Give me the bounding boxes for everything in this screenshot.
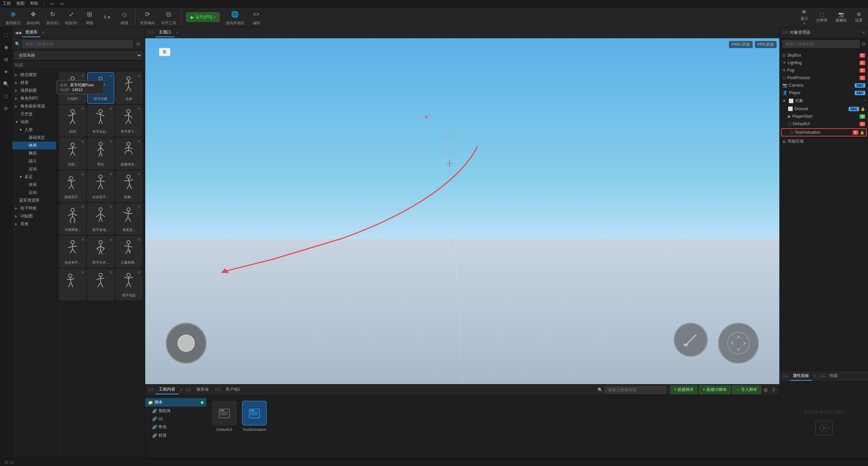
server-tab[interactable]: 服务端 xyxy=(193,385,212,394)
nav-plugin-icon[interactable]: ⬡ xyxy=(1,91,11,101)
project-content-close[interactable]: ✕ xyxy=(180,388,183,392)
obj-pathfinding[interactable]: ⊞ 寻路区域 xyxy=(780,137,868,146)
world-axis-btn[interactable]: ⟳ 世界轴向 xyxy=(137,8,158,27)
localize-btn[interactable]: 🌐 游戏本地化 xyxy=(223,8,247,27)
obj-group-header[interactable]: ▼ ⬜ 对象 ↗ xyxy=(780,97,868,105)
menu-view[interactable]: 视图 xyxy=(16,1,25,6)
file-tree-character[interactable]: 🔗 角色 xyxy=(145,423,206,431)
anim-card-19[interactable]: ⚙ xyxy=(59,269,86,300)
camera-btn[interactable]: 📷 摄像机 xyxy=(833,10,850,24)
anim-card-15[interactable]: ⚙ 鬼畜姿... xyxy=(116,203,142,235)
props-tab[interactable]: 属性面板 xyxy=(790,372,812,381)
anim-card-10[interactable]: ⚙ 跑着双手... xyxy=(59,171,86,202)
anim-card-13[interactable]: ⚙ xyxy=(59,203,86,235)
obj-ground[interactable]: ⬜ Ground S&C 🔒 xyxy=(780,105,868,113)
anim-card-3[interactable]: ⚙ 名称 xyxy=(116,72,142,104)
tree-humanoid[interactable]: ▼ 人形 xyxy=(12,126,56,134)
grid-size-btn[interactable]: 5 ▾ xyxy=(99,10,115,24)
main-viewport-tab[interactable]: 主视口 xyxy=(155,28,175,37)
tree-particle[interactable]: ▶ 粒子特效 xyxy=(12,204,56,212)
tree-material[interactable]: ▶ 材质 xyxy=(12,79,56,87)
anim-card-1[interactable]: ⚙ ⚙⚙ 打招呼 xyxy=(59,72,86,104)
anim-card-8[interactable]: ⚙ 害怕 xyxy=(87,138,114,169)
tree-scene-tile[interactable]: ▶ 场景贴图 xyxy=(12,87,56,94)
tree-sports[interactable]: 运动 xyxy=(12,165,56,173)
tree-skybox[interactable]: 天空盒 xyxy=(12,110,56,118)
edit-btn[interactable]: <> 编辑 xyxy=(248,8,265,27)
anim-card-16[interactable]: ⚙ 坐姿单手... xyxy=(59,236,86,267)
collapse-sidebar-btn[interactable]: ◀◀ xyxy=(15,30,21,35)
tree-idle[interactable]: 休闲 xyxy=(12,142,56,149)
project-content-tab[interactable]: 工程内容 xyxy=(155,385,179,394)
obj-player[interactable]: 👤 Player S&C xyxy=(780,89,868,97)
anim-card-14[interactable]: ⚙ 双手放地... xyxy=(87,203,114,235)
asset-refresh-btn[interactable]: ⟳ xyxy=(135,40,142,48)
collision-btn[interactable]: ◇ 碰撞 xyxy=(116,8,133,27)
obj-postprocess[interactable]: ⬡ PostProcess C xyxy=(780,74,868,82)
file-tree-material[interactable]: 🔗 材质 xyxy=(145,431,206,440)
action-btn-sword[interactable] xyxy=(674,323,708,357)
tree-npc[interactable]: ▶ 角色/NPC xyxy=(12,94,56,102)
anim-card-18[interactable]: ⚙ 又腿单脚... xyxy=(116,236,142,267)
nav-search-icon[interactable]: 🔍 xyxy=(1,79,11,89)
object-manager-close[interactable]: ✕ xyxy=(862,30,865,35)
align-tool-btn[interactable]: ⊟ 对齐工具 xyxy=(159,8,179,27)
asset-filter-select[interactable]: 全部风格 xyxy=(15,52,142,59)
file-tree-prefab[interactable]: 🔗 预制体 xyxy=(145,407,206,415)
nav-scene-icon[interactable]: ◉ xyxy=(1,42,11,52)
bottom-asset-testanimation[interactable]: TestAnimation xyxy=(242,401,267,432)
file-tree-scripts[interactable]: 📁 脚本 xyxy=(145,398,206,407)
anim-card-5[interactable]: ⚙ 单手抬起... xyxy=(87,105,114,136)
performance-tab[interactable]: 性能 xyxy=(827,372,840,381)
anim-card-20[interactable]: ⚙ xyxy=(87,269,114,300)
obj-testanimation[interactable]: ⬡ TestAnimation C 🔒 xyxy=(781,128,867,136)
new-ui-script-btn[interactable]: + 新建UI脚本 xyxy=(699,385,730,394)
tree-ui-figure[interactable]: ▶ UI贴图 xyxy=(12,212,56,220)
tree-blue-resource[interactable]: 蓝军资源库 xyxy=(12,196,56,204)
tree-animation[interactable]: ▼ 动画 xyxy=(12,118,56,126)
tree-basic[interactable]: 基础资态 xyxy=(12,134,56,142)
view-grid-icon[interactable]: ⠿ xyxy=(770,387,777,393)
nav-hierarchy-icon[interactable]: ⊞ xyxy=(1,55,11,64)
tree-sound[interactable]: ▶ 音效 xyxy=(12,220,56,228)
tree-outfit[interactable]: ▶ 角色装扮资源 xyxy=(12,102,56,110)
tree-static-model[interactable]: ▶ 静态模型 xyxy=(12,71,56,79)
anim-card-21[interactable]: ⚙ 双手托起 xyxy=(116,269,142,300)
undo-btn[interactable]: ↩ xyxy=(50,1,54,6)
menu-help[interactable]: 帮助 xyxy=(30,1,38,6)
anim-card-6[interactable]: ⚙ 单手撑下... xyxy=(116,105,142,136)
bottom-search-input[interactable] xyxy=(605,386,666,394)
tree-ml-sports[interactable]: 运动 xyxy=(12,189,56,196)
viewport-content[interactable]: 前 ✕ xyxy=(145,38,779,384)
joystick-right[interactable] xyxy=(718,323,759,364)
asset-search-input[interactable] xyxy=(22,40,133,48)
general-mode-btn[interactable]: ⊕ 通用模式 xyxy=(3,8,23,27)
view-toggle-icon[interactable]: ⊞ xyxy=(762,387,769,393)
import-script-btn[interactable]: → 导入脚本 xyxy=(732,385,761,394)
obj-camera[interactable]: 📷 Camera S&C xyxy=(780,82,868,89)
anim-card-9[interactable]: ⚙ 盘腿坐姿... xyxy=(116,138,142,169)
obj-lighting[interactable]: ☀ Lighting C xyxy=(780,59,868,67)
scale-btn[interactable]: ⤢ 缩放(R) xyxy=(62,8,80,27)
obj-playerstart[interactable]: ▶ PlayerStart S xyxy=(780,113,868,120)
client1-tab[interactable]: 客户端1 xyxy=(222,385,244,394)
tree-fight[interactable]: 战斗 xyxy=(12,157,56,165)
settings-btn[interactable]: ⚙ 设置 xyxy=(852,10,865,24)
object-manager-search-input[interactable] xyxy=(782,40,860,48)
resolution-btn[interactable]: ⬚ 分辨率 xyxy=(813,10,830,24)
tree-ml-idle[interactable]: 休闲 xyxy=(12,181,56,189)
grid-btn[interactable]: ⊞ 网格 xyxy=(81,8,98,27)
nav-settings-icon[interactable]: ⚙ xyxy=(1,104,11,113)
rotate-btn[interactable]: ↻ 旋转(E) xyxy=(44,8,62,27)
menu-project[interactable]: 工程 xyxy=(3,1,11,6)
anim-card-11[interactable]: ⚙ 站姿双手... xyxy=(87,171,114,202)
new-script-btn[interactable]: + 新建脚本 xyxy=(670,385,698,394)
nav-assets-icon[interactable]: ⬚ xyxy=(1,30,11,40)
asset-library-close[interactable]: ✕ xyxy=(42,31,44,34)
asset-library-tab[interactable]: 资源库 xyxy=(23,28,40,37)
obj-skybox[interactable]: ◎ SkyBox C xyxy=(780,52,868,59)
joystick-left[interactable] xyxy=(166,323,207,364)
anim-card-17[interactable]: ⚙ xyxy=(87,236,114,267)
anim-card-12[interactable]: ⚙ 歌舞... xyxy=(116,171,142,202)
anim-card-2[interactable]: ⚙ xyxy=(87,72,114,104)
